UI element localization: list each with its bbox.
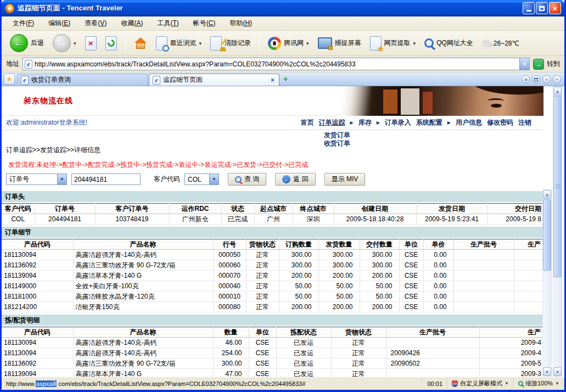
table-cell: 高露洁三重功效牙膏 90 G-72支/箱 [73, 260, 213, 271]
table-cell [453, 281, 514, 292]
section-title-order-header: 订单头 [2, 191, 542, 202]
table-cell: 181139094 [2, 271, 73, 281]
submenu-item[interactable]: 收货订单 [322, 139, 352, 148]
menu-item[interactable]: 帐号(C) [187, 17, 222, 30]
go-label: 转到 [547, 59, 560, 69]
nav-submenu: 发货订单收货订单 [322, 131, 352, 148]
table-cell: 深圳 [293, 214, 334, 225]
browser-tab[interactable]: e追踪细节页面× [149, 74, 279, 86]
tab-close-button[interactable]: × [553, 75, 561, 83]
submenu-item[interactable]: 发货订单 [322, 131, 352, 139]
table-row: 181149000全效+美白牙膏-100克000040正常50.0050.005… [2, 281, 542, 292]
scrollbar-thumb[interactable] [553, 96, 562, 277]
table-cell: 广州 [254, 214, 293, 225]
column-header: 拣配状态 [276, 327, 331, 338]
nav-item[interactable]: 订单录入 [385, 118, 411, 127]
tab-restore-button[interactable] [532, 75, 540, 83]
table-cell: 广州新仓 [169, 214, 221, 225]
table-cell: 已发运 [276, 359, 331, 369]
qq-site-button[interactable]: 腾讯网 ▾ [265, 35, 312, 52]
minimize-button[interactable] [523, 2, 535, 14]
address-input[interactable]: e http://www.aspxamcom/ebs/track/TrackDe… [23, 58, 530, 70]
table-cell: 46.00 [213, 338, 249, 348]
back-button[interactable]: ← 后退 [7, 32, 47, 54]
section-title-order-detail: 订单细节 [2, 227, 542, 238]
maximize-button[interactable] [536, 2, 548, 14]
scrollbar-thumb[interactable] [543, 199, 551, 271]
address-dropdown-button[interactable]: ▼ [519, 58, 529, 70]
new-tab-button[interactable]: ＋ [281, 74, 290, 84]
tab-add-button[interactable]: ＋ [542, 75, 551, 83]
qq-nav-button[interactable]: QQ网址大全 [422, 37, 476, 49]
menu-item[interactable]: 帮助(H) [223, 17, 259, 30]
forward-button[interactable]: → ▾ [50, 32, 79, 54]
weather-icon [482, 40, 491, 47]
favorites-button[interactable]: ★ [4, 74, 15, 85]
table-row: COL204494181103748419广州新仓已完成广州深圳2009-5-1… [2, 214, 542, 225]
table-cell [514, 271, 542, 281]
column-header: 数量 [213, 327, 249, 338]
table-cell: CSE [249, 348, 276, 359]
stop-icon: × [85, 36, 97, 51]
zoom-control[interactable]: 缩放100% ▼ [514, 379, 564, 389]
column-header: 创建日期 [334, 204, 416, 214]
nav-arrow-icon: ▶ [377, 120, 380, 125]
table-cell: 181181000 [2, 292, 73, 302]
qq-logo-icon [268, 37, 281, 50]
menu-item[interactable]: 收藏(A) [114, 17, 149, 30]
table-cell: 2009-5-19 5:23:41 [416, 214, 487, 225]
return-button[interactable]: ← 返 回 [275, 173, 315, 186]
table-cell: CSE [249, 359, 276, 369]
column-header: 货物状态 [246, 239, 279, 250]
menu-item[interactable]: 查看(V) [78, 17, 113, 30]
site-banner: 昶东物流在线 [2, 86, 542, 116]
nav-item[interactable]: 注销 [518, 118, 531, 127]
double-chevron-down-icon: » [523, 78, 529, 81]
table-cell: 000070 [213, 271, 246, 281]
filter-mode-control[interactable]: 自定义屏蔽模式 ▼ [447, 379, 514, 389]
search-button[interactable]: 查 询 [228, 173, 266, 186]
scroll-down-icon[interactable]: ▼ [543, 367, 551, 376]
scroll-up-icon[interactable]: ▲ [553, 87, 562, 96]
close-button[interactable]: × [549, 2, 561, 14]
refresh-button[interactable] [103, 35, 120, 52]
chevron-down-icon: ▾ [74, 41, 76, 46]
scroll-down-icon[interactable]: ▼ [553, 367, 562, 376]
tab-close-icon[interactable]: × [270, 76, 276, 84]
nav-item[interactable]: 修改密码 [487, 118, 513, 127]
status-url: http://www.aspxaill com/ebs/track/TrackD… [2, 379, 423, 389]
column-header: 生产 [479, 327, 542, 338]
table-cell: 2009-5 [479, 359, 542, 369]
nav-item[interactable]: 库存 [358, 118, 372, 127]
table-cell: 000050 [213, 250, 246, 260]
table-row: 181136092高露洁三重功效牙膏 90 G-72支/箱300.00CSE已发… [2, 359, 542, 369]
home-button[interactable] [131, 36, 150, 51]
nav-item[interactable]: 系统配置 [416, 118, 442, 127]
browser-tab[interactable]: e收货订单查询 [17, 74, 148, 86]
page-extract-button[interactable]: ★ 网页提取 ▾ [367, 35, 419, 52]
order-number-input[interactable]: 204494181 [71, 173, 141, 185]
menu-item[interactable]: 文件(F) [6, 17, 41, 30]
clear-history-button[interactable]: 清除记录 [208, 35, 254, 52]
scroll-up-icon[interactable]: ▲ [543, 190, 551, 199]
nav-item[interactable]: 用户信息 [456, 118, 482, 127]
inner-scrollbar[interactable]: ▲ ▼ [542, 189, 552, 377]
nav-item[interactable]: 首页 [301, 118, 314, 127]
show-miv-button[interactable]: 显示 MIV [324, 173, 366, 186]
filter-mode-label: 自定义屏蔽模式 [460, 379, 502, 388]
capture-screen-button[interactable]: 捕捉屏幕 [315, 36, 364, 51]
menu-item[interactable]: 编辑(E) [42, 17, 77, 30]
recent-history-button[interactable]: 最近浏览 ▾ [153, 35, 205, 52]
go-button[interactable]: → 转到 [533, 59, 560, 70]
nav-item[interactable]: 订单追踪 [319, 118, 345, 127]
stop-button[interactable]: × [82, 35, 99, 52]
tab-menu-button[interactable]: » [522, 75, 530, 83]
menu-item[interactable]: 工具(T) [150, 17, 185, 30]
page-scrollbar[interactable]: ▲ ▼ [553, 86, 562, 377]
customer-code-select[interactable]: COL ▼ [184, 173, 219, 185]
customer-code-label: 客户代码 [154, 175, 180, 184]
column-header: 交付日期 [487, 204, 542, 214]
table-cell: 181130094 [2, 348, 73, 359]
table-cell: 2009-5-18 18:40:28 [334, 214, 416, 225]
order-field-select[interactable]: 订单号 ▼ [6, 173, 67, 185]
